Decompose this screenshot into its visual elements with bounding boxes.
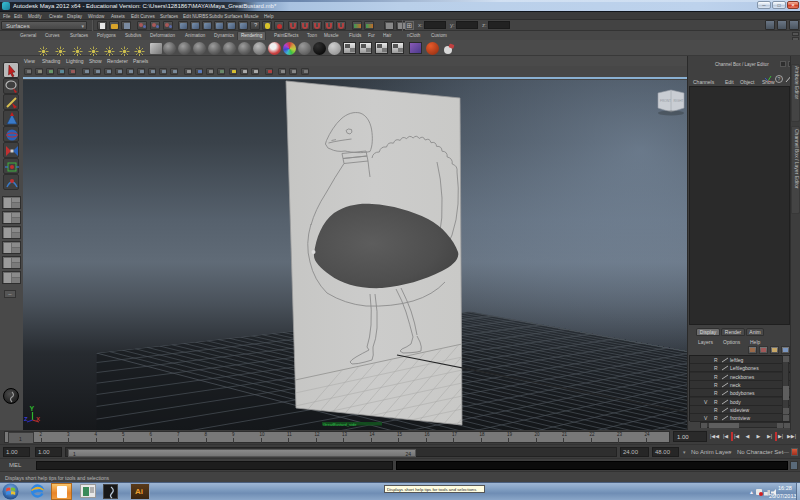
svg-text:RIGHT: RIGHT bbox=[674, 99, 684, 103]
svg-text:X: X bbox=[36, 416, 40, 422]
svg-text:?: ? bbox=[778, 76, 781, 82]
svg-text:FRONT: FRONT bbox=[660, 99, 671, 103]
svg-text:Y: Y bbox=[30, 405, 35, 412]
svg-text:GreatBustard_side: GreatBustard_side bbox=[323, 422, 357, 427]
svg-text:Z: Z bbox=[24, 416, 28, 422]
